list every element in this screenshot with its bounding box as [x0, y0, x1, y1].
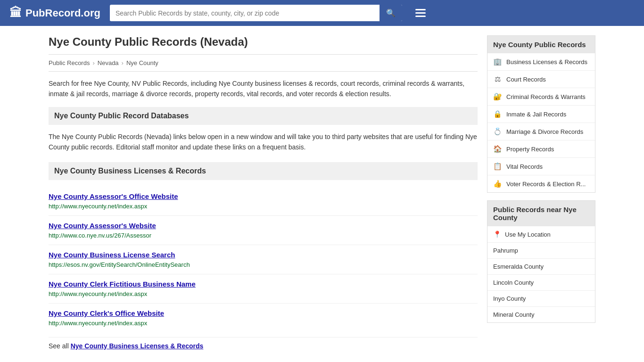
- nearby-esmeralda[interactable]: Esmeralda County: [487, 259, 595, 275]
- content-wrapper: Nye County Public Records (Nevada) Publi…: [39, 26, 605, 362]
- record-item: Nye County Business License Search https…: [49, 245, 478, 274]
- main-content: Nye County Public Records (Nevada) Publi…: [49, 35, 478, 350]
- record-item: Nye County Clerk's Office Website http:/…: [49, 304, 478, 332]
- sidebar-item-inmate[interactable]: 🔒 Inmate & Jail Records: [487, 106, 595, 123]
- record-url-2[interactable]: http://www.co.nye.nv.us/267/Assessor: [49, 232, 151, 239]
- sidebar-label-property: Property Records: [506, 146, 554, 153]
- sidebar-box: Nye County Public Records 🏢 Business Lic…: [487, 35, 595, 193]
- logo-text: PubRecord.org: [25, 7, 100, 19]
- site-header: 🏛 PubRecord.org 🔍: [0, 0, 644, 26]
- breadcrumb-nevada[interactable]: Nevada: [98, 59, 119, 66]
- sidebar-item-court[interactable]: ⚖ Court Records: [487, 71, 595, 88]
- menu-line-2: [415, 12, 426, 14]
- menu-line-3: [415, 16, 426, 17]
- record-link-1[interactable]: Nye County Assessor's Office Website: [49, 192, 478, 200]
- vital-icon: 📋: [493, 162, 502, 171]
- nearby-title: Public Records near Nye County: [487, 201, 595, 226]
- location-icon: 📍: [493, 230, 501, 238]
- sidebar-label-business: Business Licenses & Records: [506, 58, 587, 66]
- property-icon: 🏠: [493, 145, 502, 153]
- voter-icon: 👍: [493, 180, 502, 188]
- sidebar-item-business[interactable]: 🏢 Business Licenses & Records: [487, 53, 595, 71]
- search-input[interactable]: [110, 6, 380, 21]
- search-bar: 🔍: [110, 5, 402, 21]
- sidebar-label-inmate: Inmate & Jail Records: [506, 111, 566, 118]
- court-icon: ⚖: [493, 75, 502, 83]
- nearby-lincoln[interactable]: Lincoln County: [487, 275, 595, 291]
- marriage-icon: 💍: [493, 127, 502, 136]
- sidebar-item-voter[interactable]: 👍 Voter Records & Election R...: [487, 175, 595, 192]
- record-url-1[interactable]: http://www.nyecounty.net/index.aspx: [49, 203, 147, 210]
- sidebar-item-property[interactable]: 🏠 Property Records: [487, 140, 595, 158]
- sidebar-label-voter: Voter Records & Election R...: [506, 181, 586, 188]
- breadcrumb-nye-county: Nye County: [126, 59, 158, 66]
- sidebar-label-court: Court Records: [506, 76, 546, 83]
- nearby-pahrump[interactable]: Pahrump: [487, 243, 595, 259]
- record-link-2[interactable]: Nye County Assessor's Website: [49, 222, 478, 230]
- business-icon: 🏢: [493, 58, 502, 66]
- nearby-mineral[interactable]: Mineral County: [487, 307, 595, 322]
- databases-section-header: Nye County Public Record Databases: [49, 107, 478, 125]
- see-all-prefix: See all: [49, 342, 71, 350]
- sidebar-item-marriage[interactable]: 💍 Marriage & Divorce Records: [487, 123, 595, 140]
- sidebar-title: Nye County Public Records: [487, 36, 595, 53]
- record-link-4[interactable]: Nye County Clerk Fictitious Business Nam…: [49, 280, 478, 288]
- record-item: Nye County Assessor's Office Website htt…: [49, 187, 478, 216]
- search-button[interactable]: 🔍: [380, 5, 402, 21]
- sidebar-item-criminal[interactable]: 🔐 Criminal Records & Warrants: [487, 88, 595, 106]
- sidebar: Nye County Public Records 🏢 Business Lic…: [487, 35, 595, 350]
- record-item: Nye County Assessor's Website http://www…: [49, 216, 478, 245]
- page-title: Nye County Public Records (Nevada): [49, 35, 478, 49]
- menu-line-1: [415, 9, 426, 10]
- criminal-icon: 🔐: [493, 92, 502, 101]
- page-description: Search for free Nye County, NV Public Re…: [49, 78, 478, 99]
- nearby-box: Public Records near Nye County 📍 Use My …: [487, 200, 595, 323]
- record-link-5[interactable]: Nye County Clerk's Office Website: [49, 309, 478, 317]
- record-link-3[interactable]: Nye County Business License Search: [49, 251, 478, 259]
- sidebar-label-criminal: Criminal Records & Warrants: [506, 93, 586, 100]
- record-item: Nye County Clerk Fictitious Business Nam…: [49, 274, 478, 304]
- see-all-section: See all Nye County Business Licenses & R…: [49, 337, 478, 350]
- nearby-inyo[interactable]: Inyo County: [487, 291, 595, 307]
- menu-button[interactable]: [412, 7, 429, 19]
- use-location-label: Use My Location: [505, 231, 551, 238]
- record-list: Nye County Assessor's Office Website htt…: [49, 187, 478, 332]
- see-all-link[interactable]: Nye County Business Licenses & Records: [71, 342, 204, 350]
- business-section-header: Nye County Business Licenses & Records: [49, 162, 478, 180]
- breadcrumb-sep-2: ›: [122, 59, 124, 66]
- use-location-item[interactable]: 📍 Use My Location: [487, 226, 595, 243]
- databases-section-desc: The Nye County Public Records (Nevada) l…: [49, 132, 478, 153]
- breadcrumb: Public Records › Nevada › Nye County: [49, 54, 478, 72]
- sidebar-label-marriage: Marriage & Divorce Records: [506, 128, 583, 135]
- sidebar-label-vital: Vital Records: [506, 163, 543, 170]
- record-url-3[interactable]: https://esos.nv.gov/EntitySearch/OnlineE…: [49, 261, 190, 268]
- site-logo[interactable]: 🏛 PubRecord.org: [9, 6, 100, 20]
- breadcrumb-sep-1: ›: [92, 59, 94, 66]
- inmate-icon: 🔒: [493, 110, 502, 118]
- logo-icon: 🏛: [9, 6, 22, 20]
- sidebar-item-vital[interactable]: 📋 Vital Records: [487, 158, 595, 175]
- record-url-4[interactable]: http://www.nyecounty.net/index.aspx: [49, 290, 147, 297]
- breadcrumb-public-records[interactable]: Public Records: [49, 59, 90, 66]
- record-url-5[interactable]: http://www.nyecounty.net/index.aspx: [49, 320, 147, 327]
